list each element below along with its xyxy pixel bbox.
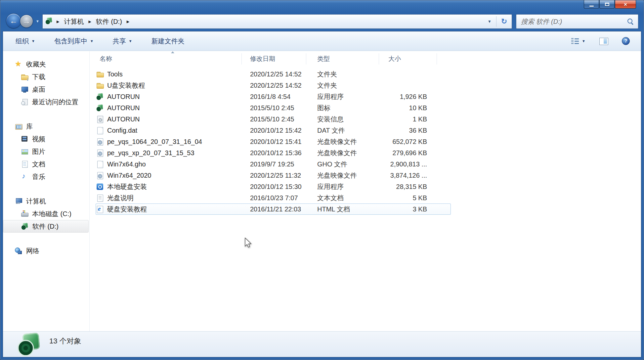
close-button[interactable]: × [615,0,636,9]
column-header[interactable]: 名称 [96,53,242,65]
file-name-cell: Win7x64_2020 [96,172,242,179]
breadcrumb-separator-icon: ▶ [88,20,91,24]
sidebar-section[interactable]: 网络 [3,245,89,257]
disk-icon [21,210,28,217]
network-icon [15,247,22,254]
file-date-cell: 2016/1/8 4:54 [242,93,306,101]
file-date-cell: 2019/9/7 19:25 [242,160,306,168]
status-bar: 13 个对象 [3,331,641,357]
sidebar-item-label: 图片 [32,147,45,156]
disc-image-icon [96,149,104,157]
sidebar-item[interactable]: 文档 [3,158,89,170]
column-header[interactable]: 修改日期 [242,53,306,65]
sidebar-item[interactable]: 音乐 [3,170,89,183]
file-date-cell: 2016/10/23 7:07 [242,194,306,202]
toolbar-button[interactable]: 共享▼ [109,35,136,48]
table-row[interactable]: 本地硬盘安装2020/10/12 15:30应用程序28,315 KB [96,181,451,192]
file-name-cell: Config.dat [96,127,242,134]
drive-green-icon [21,223,28,230]
table-row[interactable]: U盘安装教程2020/12/25 14:52文件夹 [96,80,451,91]
status-icon-wrap [18,332,25,341]
sidebar-section[interactable]: 收藏夹 [3,58,89,70]
table-row[interactable]: Tools2020/12/25 14:52文件夹 [96,68,451,80]
maximize-button[interactable] [599,0,615,9]
file-type-cell: 应用程序 [306,92,379,101]
file-name: AUTORUN [107,104,140,112]
toolbar-button[interactable]: 新建文件夹 [148,35,189,48]
table-row[interactable]: 硬盘安装教程2016/11/21 22:03HTML 文档3 KB [96,203,451,215]
toolbar-button-label: 共享 [113,37,126,46]
search-input[interactable] [516,18,627,25]
file-list: 名称修改日期类型大小 Tools2020/12/25 14:52文件夹U盘安装教… [90,51,641,331]
table-row[interactable]: Config.dat2020/10/12 15:42DAT 文件36 KB [96,125,451,136]
toolbar-button[interactable]: 组织▼ [12,35,39,48]
breadcrumb-item[interactable]: 计算机 [63,16,84,27]
sidebar-item[interactable]: 本地磁盘 (C:) [3,207,89,220]
help-icon [622,37,630,45]
file-size-cell: 3,874,126 ... [379,172,437,179]
column-header-label: 修改日期 [250,55,275,63]
file-name-cell: 光盘说明 [96,194,242,202]
sidebar-item[interactable]: 下载 [3,70,89,83]
command-toolbar: 组织▼包含到库中▼共享▼新建文件夹 ▼ [3,31,641,51]
file-size-cell: 10 KB [379,104,437,112]
folder-icon [96,70,104,78]
back-arrow-icon: ← [10,17,18,25]
breadcrumb-separator-icon: ▶ [57,20,59,24]
address-dropdown-icon[interactable]: ▼ [483,19,496,24]
minimize-button[interactable] [584,0,599,9]
chevron-down-icon: ▼ [31,39,35,43]
change-view-button[interactable]: ▼ [569,36,588,46]
help-button[interactable] [619,35,632,47]
table-row[interactable]: AUTORUN2015/5/10 2:45安装信息1 KB [96,113,451,125]
file-size-cell: 1 KB [379,115,437,123]
history-dropdown-icon[interactable]: ▼ [36,19,39,23]
file-type-cell: 文本文档 [306,194,379,202]
breadcrumb-item[interactable]: 软件 (D:) [95,16,123,27]
sidebar-item[interactable]: 图片 [3,145,89,158]
search-icon[interactable] [627,18,634,25]
file-name: pe_yqs_1064_20_07_31_16_04 [107,138,202,146]
sidebar-item[interactable]: 桌面 [3,83,89,96]
preview-pane-button[interactable] [597,35,611,47]
views-icon [571,38,579,44]
forward-button[interactable]: → [20,15,33,28]
file-size-cell: 3 KB [379,205,437,213]
sidebar-section-label: 网络 [26,247,39,255]
refresh-button[interactable]: ↻ [496,17,512,26]
file-date-cell: 2020/10/12 15:30 [242,183,306,191]
file-type-cell: GHO 文件 [306,160,379,169]
table-row[interactable]: pe_yqs_xp_20_07_31_15_532020/10/12 15:36… [96,147,451,158]
sidebar-item[interactable]: 最近访问的位置 [3,96,89,108]
sidebar-section-label: 库 [26,122,33,131]
sidebar-section[interactable]: 计算机 [3,195,89,207]
column-header-label: 大小 [388,55,401,63]
table-row[interactable]: AUTORUN2015/5/10 2:45图标10 KB [96,102,451,113]
download-folder-icon [21,73,28,80]
sidebar-item[interactable]: 视频 [3,133,89,145]
sidebar-section[interactable]: 库 [3,120,89,133]
file-name: Tools [107,70,123,78]
file-type-cell: 文件夹 [306,70,379,79]
document-icon [21,160,28,168]
address-bar[interactable]: ▶计算机▶软件 (D:)▶ ▼ ↻ [42,14,512,29]
table-row[interactable]: AUTORUN2016/1/8 4:54应用程序1,926 KB [96,91,451,102]
file-type-cell: HTML 文档 [306,205,379,214]
column-header[interactable]: 类型 [306,53,379,65]
sidebar-item-label: 最近访问的位置 [32,98,78,107]
table-row[interactable]: Win7x64_20202020/12/25 11:32光盘映像文件3,874,… [96,170,451,181]
sidebar-item[interactable]: 软件 (D:) [3,220,89,233]
column-header-label: 名称 [100,55,112,63]
toolbar-button-label: 包含到库中 [54,37,87,46]
file-name-cell: AUTORUN [96,104,242,112]
back-button[interactable]: ← [6,13,21,28]
file-blank-icon [96,160,104,168]
table-row[interactable]: 光盘说明2016/10/23 7:07文本文档5 KB [96,192,451,203]
table-row[interactable]: pe_yqs_1064_20_07_31_16_042020/10/12 15:… [96,136,451,147]
toolbar-button[interactable]: 包含到库中▼ [50,35,98,48]
navigation-pane: 收藏夹下载桌面最近访问的位置库视频图片文档音乐计算机本地磁盘 (C:)软件 (D… [3,51,90,331]
column-header[interactable]: 大小 [379,53,437,65]
sidebar-item-label: 本地磁盘 (C:) [32,209,71,218]
file-date-cell: 2015/5/10 2:45 [242,104,306,112]
table-row[interactable]: Win7x64.gho2019/9/7 19:25GHO 文件2,900,813… [96,158,451,170]
